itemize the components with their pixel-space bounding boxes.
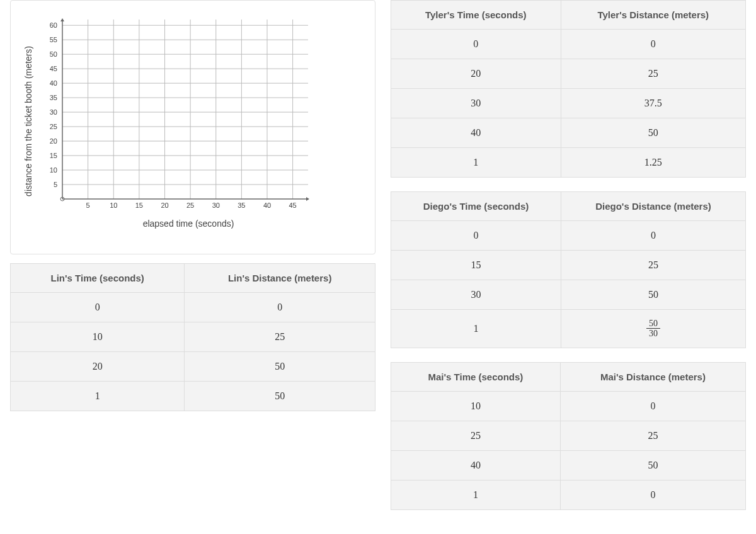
svg-text:20: 20 xyxy=(161,202,168,209)
table-cell: 0 xyxy=(391,221,561,251)
mai-table: Mai's Time (seconds) Mai's Distance (met… xyxy=(391,362,746,510)
svg-text:20: 20 xyxy=(50,137,57,145)
table-cell: 50 xyxy=(561,118,745,148)
diego-header-time: Diego's Time (seconds) xyxy=(391,192,561,221)
table-cell: 50 xyxy=(561,280,745,310)
table-cell: 0 xyxy=(560,480,745,509)
table-cell: 1 xyxy=(391,480,561,509)
table-cell: 0 xyxy=(391,30,561,59)
table-cell: 50 xyxy=(185,352,375,382)
tyler-header-time: Tyler's Time (seconds) xyxy=(391,1,561,30)
table-cell: 10 xyxy=(11,322,185,352)
svg-text:5: 5 xyxy=(86,202,90,209)
table-cell: 10 xyxy=(391,391,561,421)
mai-header-dist: Mai's Distance (meters) xyxy=(560,362,745,391)
svg-text:15: 15 xyxy=(50,152,57,159)
table-cell: 25 xyxy=(561,59,745,89)
graph-card: distance from the ticket booth (meters) … xyxy=(10,0,375,254)
svg-text:30: 30 xyxy=(212,202,220,209)
table-cell: 20 xyxy=(391,59,561,89)
svg-text:10: 10 xyxy=(110,202,117,209)
svg-text:40: 40 xyxy=(50,79,57,87)
svg-text:25: 25 xyxy=(50,123,57,130)
svg-text:50: 50 xyxy=(50,50,57,58)
y-axis-label: distance from the ticket booth (meters) xyxy=(23,46,33,196)
svg-text:45: 45 xyxy=(50,65,57,72)
svg-text:5: 5 xyxy=(54,181,57,188)
table-cell: 50 xyxy=(560,450,745,480)
svg-text:45: 45 xyxy=(289,202,297,209)
table-cell: 40 xyxy=(391,118,561,148)
svg-text:35: 35 xyxy=(50,94,57,101)
svg-text:30: 30 xyxy=(50,108,57,116)
tyler-table: Tyler's Time (seconds) Tyler's Distance … xyxy=(391,0,746,178)
svg-text:35: 35 xyxy=(238,202,245,209)
lin-table: Lin's Time (seconds) Lin's Distance (met… xyxy=(10,263,375,411)
table-cell: 5030 xyxy=(561,310,745,348)
coordinate-grid: 5101520253035404551015202530354045505560 xyxy=(37,13,314,215)
tyler-header-dist: Tyler's Distance (meters) xyxy=(561,1,745,30)
table-cell: 0 xyxy=(185,293,375,322)
table-cell: 30 xyxy=(391,280,561,310)
table-cell: 1 xyxy=(11,382,185,411)
table-cell: 0 xyxy=(561,221,745,251)
table-cell: 25 xyxy=(185,322,375,352)
lin-header-dist: Lin's Distance (meters) xyxy=(185,264,375,293)
table-cell: 37.5 xyxy=(561,89,745,118)
diego-header-dist: Diego's Distance (meters) xyxy=(561,192,745,221)
svg-text:10: 10 xyxy=(50,166,57,174)
svg-marker-23 xyxy=(60,18,64,21)
table-cell: 0 xyxy=(561,30,745,59)
table-cell: 30 xyxy=(391,89,561,118)
table-cell: 1 xyxy=(391,148,561,178)
table-cell: 25 xyxy=(560,421,745,450)
table-cell: 25 xyxy=(561,251,745,280)
svg-text:55: 55 xyxy=(50,36,57,43)
svg-text:40: 40 xyxy=(263,202,271,209)
table-cell: 50 xyxy=(185,382,375,411)
svg-marker-24 xyxy=(306,197,309,201)
lin-header-time: Lin's Time (seconds) xyxy=(11,264,185,293)
table-cell: 1 xyxy=(391,310,561,348)
table-cell: 0 xyxy=(11,293,185,322)
table-cell: 40 xyxy=(391,450,561,480)
diego-table: Diego's Time (seconds) Diego's Distance … xyxy=(391,191,746,348)
table-cell: 15 xyxy=(391,251,561,280)
table-cell: 1.25 xyxy=(561,148,745,178)
x-axis-label: elapsed time (seconds) xyxy=(62,219,314,229)
mai-header-time: Mai's Time (seconds) xyxy=(391,362,561,391)
svg-text:15: 15 xyxy=(135,202,143,209)
svg-text:60: 60 xyxy=(50,21,57,29)
table-cell: 0 xyxy=(560,391,745,421)
svg-text:25: 25 xyxy=(186,202,194,209)
table-cell: 25 xyxy=(391,421,561,450)
table-cell: 20 xyxy=(11,352,185,382)
